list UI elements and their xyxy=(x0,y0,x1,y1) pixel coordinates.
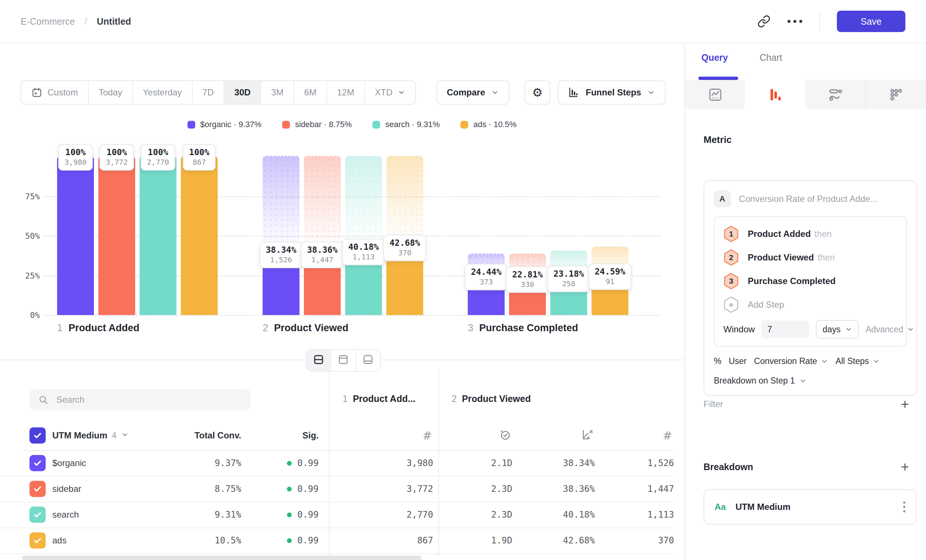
query-step-3[interactable]: 3Purchase Completed xyxy=(723,269,897,293)
total-conv-header[interactable]: Total Conv. xyxy=(175,430,241,440)
funnel-bar-sidebar[interactable]: 22.81%330 xyxy=(509,157,546,315)
funnel-bar-sidebar[interactable]: 100%3,772 xyxy=(98,157,135,315)
step-axis-label: 1Product Added xyxy=(57,322,139,334)
step-hexagon-icon: 1 xyxy=(723,226,739,242)
legend-item[interactable]: search · 9.31% xyxy=(372,120,440,129)
funnel-bar-ads[interactable]: 24.59%91 xyxy=(592,157,628,315)
advanced-toggle[interactable]: Advanced xyxy=(865,325,914,334)
step-number: 1 xyxy=(343,394,348,404)
date-range-custom[interactable]: Custom xyxy=(21,81,89,104)
count-column-icon[interactable]: # xyxy=(422,429,432,442)
conversion-column-icon[interactable] xyxy=(581,428,594,442)
date-range-30d[interactable]: 30D xyxy=(224,81,261,104)
share-link-icon[interactable] xyxy=(757,15,770,28)
y-tick-label: 25% xyxy=(14,271,40,280)
funnel-bar-$organic[interactable]: 24.44%373 xyxy=(468,157,505,315)
date-range-yesterday[interactable]: Yesterday xyxy=(133,81,193,104)
window-unit-label: days xyxy=(823,325,841,334)
breakdown-column-header[interactable]: UTM Medium 4 xyxy=(52,430,129,440)
legend-swatch xyxy=(282,121,290,129)
funnel-bar-$organic[interactable]: 38.34%1,526 xyxy=(263,157,300,315)
chart-legend: $organic · 9.37%sidebar · 8.75%search · … xyxy=(44,120,660,129)
measure-scope-dropdown[interactable]: All Steps xyxy=(835,356,880,366)
measure-user-label[interactable]: User xyxy=(729,356,747,366)
breakdown-on-step-dropdown[interactable]: Breakdown on Step 1 xyxy=(714,376,907,386)
table-row-organic[interactable]: $organic9.37%0.993,9802.1D38.34%1,526 xyxy=(0,450,674,477)
sig-header[interactable]: Sig. xyxy=(282,430,319,440)
row-metric-cell: 370 xyxy=(0,535,674,546)
measure-metric-dropdown[interactable]: Conversion Rate xyxy=(754,356,828,366)
layout-toggle-split-view[interactable] xyxy=(306,350,331,371)
horizontal-scrollbar[interactable] xyxy=(22,555,422,560)
date-range-today[interactable]: Today xyxy=(89,81,133,104)
bar-pct: 40.18% xyxy=(348,242,379,252)
date-range-6m[interactable]: 6M xyxy=(294,81,327,104)
legend-item[interactable]: ads · 10.5% xyxy=(460,120,516,129)
tab-chart[interactable]: Chart xyxy=(760,52,782,63)
window-unit-select[interactable]: days xyxy=(816,320,859,339)
legend-swatch xyxy=(188,121,195,129)
funnel-bar-ads[interactable]: 42.68%370 xyxy=(386,157,423,315)
bar-pct: 100% xyxy=(65,147,86,157)
query-step-2[interactable]: 2Product Viewedthen xyxy=(723,246,897,269)
breadcrumb-project[interactable]: E-Commerce xyxy=(21,16,75,27)
funnel-bar-search[interactable]: 100%2,770 xyxy=(139,157,176,315)
compare-button[interactable]: Compare xyxy=(436,80,509,104)
funnel-bar-sidebar[interactable]: 38.36%1,447 xyxy=(304,157,341,315)
gridline xyxy=(44,315,660,316)
breakdown-item-menu-icon[interactable] xyxy=(903,501,905,513)
drop-off-ghost xyxy=(386,156,423,247)
chart-type-button[interactable]: Funnel Steps xyxy=(558,80,666,104)
add-filter-button[interactable]: + xyxy=(901,397,909,411)
window-value-input[interactable] xyxy=(761,321,809,338)
chevron-down-icon xyxy=(491,88,499,97)
breakdown-item-card[interactable]: Aa UTM Medium xyxy=(704,489,917,525)
legend-item[interactable]: $organic · 9.37% xyxy=(188,120,262,129)
step-number: 2 xyxy=(263,322,268,334)
save-button[interactable]: Save xyxy=(837,11,905,32)
page-title[interactable]: Untitled xyxy=(97,16,131,27)
funnel-bar-search[interactable]: 23.18%258 xyxy=(550,157,587,315)
legend-item[interactable]: sidebar · 8.75% xyxy=(282,120,352,129)
drop-off-ghost xyxy=(304,156,341,254)
tab-matrix-chart-icon[interactable] xyxy=(866,80,926,109)
funnel-bar-ads[interactable]: 100%867 xyxy=(181,157,218,315)
chart-settings-button[interactable]: ⚙ xyxy=(525,80,550,104)
table-row-search[interactable]: search9.31%0.992,7702.3D40.18%1,113 xyxy=(0,502,674,528)
check-icon xyxy=(33,431,42,440)
funnel-bar-search[interactable]: 40.18%1,113 xyxy=(345,157,382,315)
query-step-1[interactable]: 1Product Addedthen xyxy=(723,222,897,246)
date-range-7d[interactable]: 7D xyxy=(193,81,225,104)
step-name: Product Viewed xyxy=(462,394,531,404)
date-range-12m[interactable]: 12M xyxy=(327,81,365,104)
layout-toggle-top-panel-view[interactable] xyxy=(331,350,356,371)
date-range-xtd[interactable]: XTD xyxy=(365,81,415,104)
metric-title: Conversion Rate of Product Adde... xyxy=(739,194,878,204)
metric-title-row[interactable]: A Conversion Rate of Product Adde... xyxy=(714,191,907,207)
add-step-button[interactable]: + Add Step xyxy=(723,293,897,316)
avg-time-column-icon[interactable] xyxy=(499,428,511,442)
date-range-label: 3M xyxy=(271,87,283,98)
table-row-ads[interactable]: ads10.5%0.998671.9D42.68%370 xyxy=(0,528,674,554)
chevron-down-icon xyxy=(845,326,852,333)
y-tick-label: 50% xyxy=(14,232,40,241)
table-row-sidebar[interactable]: sidebar8.75%0.993,7722.3D38.36%1,447 xyxy=(0,476,674,502)
tab-query[interactable]: Query xyxy=(701,52,728,63)
tab-flow-chart-icon[interactable] xyxy=(805,80,866,109)
count-column-icon[interactable]: # xyxy=(663,429,672,442)
more-options-icon[interactable] xyxy=(787,20,802,23)
compare-label: Compare xyxy=(447,87,485,98)
add-breakdown-button[interactable]: + xyxy=(901,460,909,474)
bar-value-label: 100%3,772 xyxy=(100,144,134,171)
tab-line-chart-icon[interactable] xyxy=(685,80,745,109)
layout-toggle-bottom-panel-view[interactable] xyxy=(356,350,380,371)
funnel-bar-$organic[interactable]: 100%3,980 xyxy=(57,157,94,315)
bar-value-label: 24.59%91 xyxy=(588,263,631,290)
search-input[interactable] xyxy=(56,394,242,405)
tab-funnel-chart-icon[interactable] xyxy=(745,80,805,109)
select-all-checkbox[interactable] xyxy=(29,427,46,443)
date-range-3m[interactable]: 3M xyxy=(261,81,294,104)
filter-section: Filter + xyxy=(704,397,909,411)
bar-value-label: 100%3,980 xyxy=(58,144,93,171)
row-metric-cell: 1,447 xyxy=(0,484,674,494)
